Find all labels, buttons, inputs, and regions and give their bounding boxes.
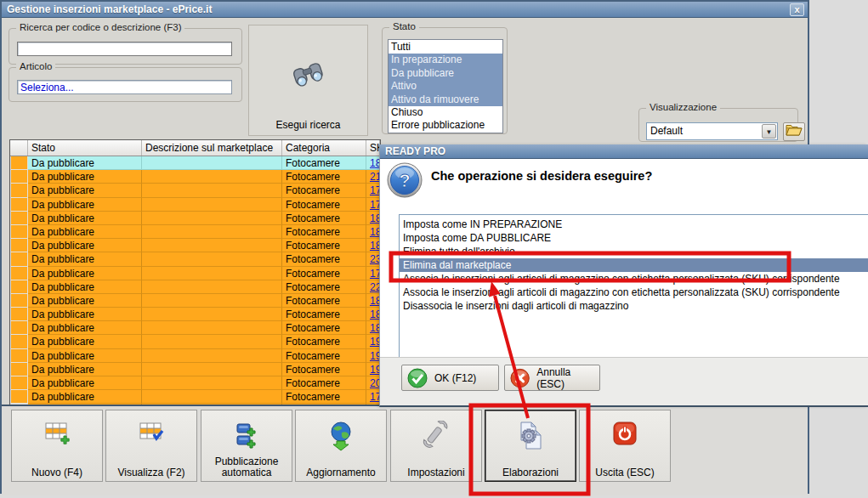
table-row[interactable]: Da pubblicareFotocamere23 xyxy=(10,252,380,266)
stato-option[interactable]: Attivo xyxy=(389,80,502,93)
cell-stato: Da pubblicare xyxy=(28,225,142,239)
table-row[interactable]: Da pubblicareFotocamere19 xyxy=(10,349,380,363)
sku-link[interactable]: 23 xyxy=(366,252,380,266)
ok-button[interactable]: OK (F12) xyxy=(401,365,499,391)
articolo-group-label: Articolo xyxy=(16,61,55,71)
operation-option[interactable]: Disassocia le inserzioni dagli articoli … xyxy=(400,299,868,313)
sku-link[interactable]: 18 xyxy=(366,294,380,308)
dialog-question: Che operazione si desidera eseguire? xyxy=(431,169,652,183)
table-header: Stato Descrizione sul marketplace Catego… xyxy=(10,140,380,156)
pubblicazione-automatica-button[interactable]: Pubblicazione automatica xyxy=(201,410,292,482)
cell-stato: Da pubblicare xyxy=(28,363,142,376)
operation-option[interactable]: Elimina dal marketplace xyxy=(400,258,868,272)
cell-categoria: Fotocamere xyxy=(282,252,366,266)
stato-option[interactable]: Da pubblicare xyxy=(389,67,502,80)
sku-link[interactable]: 17 xyxy=(366,267,380,280)
aggiornamento-button[interactable]: Aggiornamento xyxy=(295,410,387,482)
stato-option[interactable]: Tutti xyxy=(389,41,502,54)
chevron-down-icon[interactable]: ▼ xyxy=(762,124,776,139)
stato-option[interactable]: Attivo da rimuovere xyxy=(389,93,502,106)
table-row[interactable]: Da pubblicareFotocamere17 xyxy=(10,390,380,404)
row-marker xyxy=(10,267,28,280)
table-row[interactable]: Da pubblicareFotocamere21 xyxy=(10,170,380,184)
table-row[interactable]: Da pubblicareFotocamere18 xyxy=(10,321,380,335)
window-title: Gestione inserzioni marketplace - ePrice… xyxy=(7,3,212,15)
articolo-group: Articolo Seleziona... xyxy=(9,67,242,102)
sku-link[interactable]: 17 xyxy=(366,184,380,197)
articolo-field[interactable]: Seleziona... xyxy=(17,80,232,94)
visualizza-button[interactable]: Visualizza (F2) xyxy=(105,410,197,482)
sku-link[interactable]: 18 xyxy=(366,239,380,252)
ok-label: OK (F12) xyxy=(434,372,476,384)
sku-link[interactable]: 19 xyxy=(366,349,380,363)
stato-option[interactable]: Errore pubblicazione xyxy=(389,119,502,132)
table-row[interactable]: Da pubblicareFotocamere22 xyxy=(10,280,380,294)
cell-descrizione xyxy=(142,349,282,363)
annulla-button[interactable]: Annulla (ESC) xyxy=(504,365,600,391)
stato-option[interactable]: In preparazione xyxy=(389,54,502,66)
col-header-categoria[interactable]: Categoria xyxy=(282,140,366,156)
inserzioni-table: Stato Descrizione sul marketplace Catego… xyxy=(9,139,381,407)
sku-link[interactable]: 18 xyxy=(366,321,380,335)
table-row[interactable]: Da pubblicareFotocamere18 xyxy=(10,294,380,308)
cell-categoria: Fotocamere xyxy=(282,212,366,225)
cell-descrizione xyxy=(142,239,282,252)
cell-categoria: Fotocamere xyxy=(282,267,366,280)
table-row[interactable]: Da pubblicareFotocamere18 xyxy=(10,156,380,170)
esegui-ricerca-button[interactable]: Esegui ricerca xyxy=(248,25,368,136)
table-row[interactable]: Da pubblicareFotocamere19 xyxy=(10,363,380,376)
sku-link[interactable]: 19 xyxy=(366,363,380,376)
table-row[interactable]: Da pubblicareFotocamere20 xyxy=(10,376,380,390)
col-header-descrizione[interactable]: Descrizione sul marketplace xyxy=(142,140,282,156)
sku-link[interactable]: 18 xyxy=(366,156,380,170)
operation-option[interactable]: Elimina tutto dall'archivio xyxy=(400,245,868,258)
row-marker xyxy=(10,184,28,197)
operations-listbox[interactable]: Imposta come IN PREPARAZIONEImposta come… xyxy=(399,214,868,357)
visualizzazione-value: Default xyxy=(650,125,683,137)
table-row[interactable]: Da pubblicareFotocamere17 xyxy=(10,198,380,212)
elaborazioni-button[interactable]: Elaborazioni xyxy=(485,410,576,482)
cell-descrizione xyxy=(142,321,282,335)
table-row[interactable]: Da pubblicareFotocamere18 xyxy=(10,212,380,225)
seleziona-link[interactable]: Seleziona... xyxy=(18,81,231,94)
table-row[interactable]: Da pubblicareFotocamere17 xyxy=(10,267,380,280)
uscita-button[interactable]: Uscita (ESC) xyxy=(579,410,671,482)
row-marker xyxy=(10,390,28,404)
sku-link[interactable]: 17 xyxy=(366,390,380,404)
visualizzazione-select[interactable]: Default ▼ xyxy=(646,122,778,140)
sku-link[interactable]: 20 xyxy=(366,376,380,390)
sku-link[interactable]: 19 xyxy=(366,335,380,348)
col-header-sku[interactable]: SK xyxy=(366,140,380,156)
sku-link[interactable]: 22 xyxy=(366,280,380,294)
operation-option[interactable]: Associa le inserzioni agli articoli di m… xyxy=(400,272,868,286)
sku-link[interactable]: 21 xyxy=(366,170,380,184)
sku-link[interactable]: 18 xyxy=(366,225,380,239)
visualizzazione-group: Visualizzazione Default ▼ xyxy=(638,108,798,142)
cell-descrizione xyxy=(142,294,282,308)
sku-link[interactable]: 18 xyxy=(366,308,380,321)
table-row[interactable]: Da pubblicareFotocamere19 xyxy=(10,335,380,348)
operation-option[interactable]: Imposta come IN PREPARAZIONE xyxy=(400,218,868,231)
row-marker xyxy=(10,294,28,308)
nuovo-button[interactable]: Nuovo (F4) xyxy=(11,410,103,482)
cell-stato: Da pubblicare xyxy=(28,294,142,308)
operation-option[interactable]: Imposta come DA PUBBLICARE xyxy=(400,231,868,245)
table-row[interactable]: Da pubblicareFotocamere17 xyxy=(10,184,380,197)
search-input[interactable] xyxy=(17,42,232,56)
stato-group-label: Stato xyxy=(389,21,419,31)
table-row[interactable]: Da pubblicareFotocamere18 xyxy=(10,239,380,252)
close-icon[interactable]: x xyxy=(790,3,804,16)
operation-option[interactable]: Associa le inserzioni agli articoli di m… xyxy=(400,286,868,299)
table-row[interactable]: Da pubblicareFotocamere18 xyxy=(10,225,380,239)
stato-option[interactable]: Chiuso xyxy=(389,106,502,119)
stato-listbox[interactable]: TuttiIn preparazioneDa pubblicareAttivoA… xyxy=(388,39,503,133)
sku-link[interactable]: 17 xyxy=(366,198,380,212)
cell-categoria: Fotocamere xyxy=(282,198,366,212)
folder-button[interactable] xyxy=(783,122,805,141)
col-header-stato[interactable]: Stato xyxy=(28,140,142,156)
cell-categoria: Fotocamere xyxy=(282,294,366,308)
impostazioni-button[interactable]: Impostazioni xyxy=(390,410,482,482)
table-row[interactable]: Da pubblicareFotocamere18 xyxy=(10,308,380,321)
sku-link[interactable]: 18 xyxy=(366,212,380,225)
row-marker xyxy=(10,308,28,321)
